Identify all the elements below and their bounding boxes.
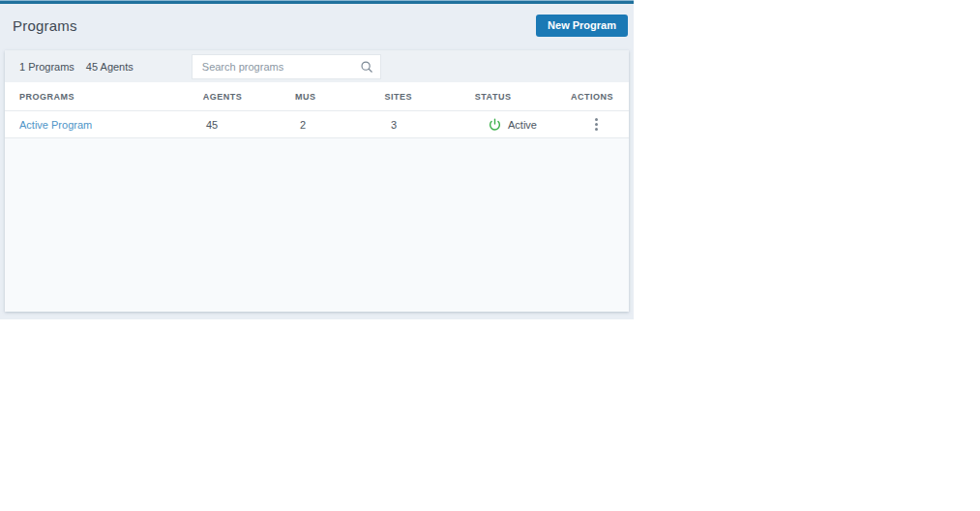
column-header-actions: ACTIONS (571, 92, 629, 102)
app-window: Programs New Program 1 Programs 45 Agent… (0, 0, 634, 319)
column-header-status: STATUS (475, 92, 571, 102)
column-header-sites: SITES (384, 92, 474, 102)
program-cell: Active Program (5, 119, 206, 131)
actions-cell (580, 115, 629, 134)
column-header-mus: MUS (295, 92, 384, 102)
new-program-button[interactable]: New Program (536, 15, 628, 37)
column-header-agents: AGENTS (203, 92, 295, 102)
table-header-row: PROGRAMS AGENTS MUS SITES STATUS ACTIONS (5, 82, 629, 111)
table-row: Active Program 45 2 3 Active (5, 111, 629, 138)
search-box (192, 54, 381, 79)
column-header-programs: PROGRAMS (5, 92, 203, 102)
program-link[interactable]: Active Program (19, 119, 92, 131)
page-header: Programs New Program (0, 4, 634, 50)
programs-count: 1 Programs (19, 61, 74, 73)
sites-cell: 3 (391, 119, 483, 131)
status-label: Active (508, 119, 537, 131)
summary-bar: 1 Programs 45 Agents (5, 50, 629, 82)
agents-cell: 45 (206, 119, 300, 131)
kebab-menu-icon[interactable] (591, 115, 602, 134)
card-empty-area (5, 138, 629, 312)
mus-cell: 2 (300, 119, 391, 131)
agents-count: 45 Agents (86, 61, 134, 73)
status-cell: Active (483, 118, 580, 131)
programs-card: 1 Programs 45 Agents PROGRAMS AGENTS MUS… (5, 50, 629, 312)
search-input[interactable] (192, 54, 381, 79)
power-icon (489, 118, 501, 131)
page-title: Programs (13, 17, 77, 34)
